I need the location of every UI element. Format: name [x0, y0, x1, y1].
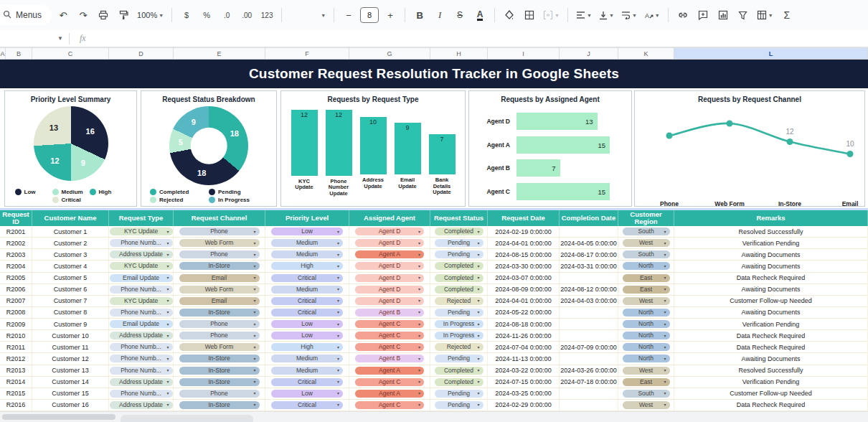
customer-name-cell[interactable]: Customer 12	[32, 353, 109, 364]
request-channel-dropdown[interactable]: Phone▾	[179, 250, 260, 258]
region-dropdown[interactable]: West▾	[623, 239, 670, 247]
request-id-cell[interactable]: R2012	[0, 353, 32, 364]
column-header-J[interactable]: J	[560, 48, 618, 59]
horizontal-scrollbar[interactable]	[2, 414, 115, 420]
request-date-cell[interactable]: 2024-08-09 0:00:00	[488, 284, 560, 295]
decrease-decimal-button[interactable]: .0	[218, 6, 235, 24]
agent-dropdown[interactable]: Agent C▾	[355, 343, 424, 351]
completion-date-cell[interactable]	[560, 353, 618, 364]
completion-date-cell[interactable]	[560, 273, 618, 283]
request-channel-dropdown[interactable]: Phone▾	[179, 390, 260, 398]
customer-name-cell[interactable]: Customer 14	[32, 377, 109, 388]
more-formats-button[interactable]: 123	[258, 6, 275, 24]
customer-name-cell[interactable]: Customer 11	[32, 342, 109, 352]
priority-dropdown[interactable]: High▾	[271, 262, 343, 270]
column-header-H[interactable]: H	[430, 48, 488, 59]
remarks-cell[interactable]: Verification Pending	[674, 377, 868, 388]
region-dropdown[interactable]: North▾	[623, 320, 670, 328]
request-id-cell[interactable]: R2009	[0, 319, 32, 329]
format-currency-button[interactable]: $	[178, 6, 195, 24]
agent-dropdown[interactable]: Agent D▾	[355, 286, 424, 294]
request-type-dropdown[interactable]: Phone Numb...▾	[110, 239, 173, 247]
region-dropdown[interactable]: North▾	[623, 343, 670, 351]
priority-dropdown[interactable]: Critical▾	[271, 378, 343, 386]
status-dropdown[interactable]: Rejected▾	[435, 343, 483, 351]
remarks-cell[interactable]: Resolved Successfully	[674, 226, 868, 237]
region-dropdown[interactable]: North▾	[623, 309, 670, 316]
request-id-cell[interactable]: R2016	[0, 400, 32, 411]
status-dropdown[interactable]: Pending▾	[435, 355, 483, 362]
chart-card-status-breakdown[interactable]: Request Status Breakdown 181859 Complete…	[141, 90, 277, 207]
borders-button[interactable]	[521, 6, 538, 24]
request-channel-dropdown[interactable]: Phone▾	[179, 228, 260, 235]
request-channel-dropdown[interactable]: In-Store▾	[179, 401, 260, 409]
request-channel-dropdown[interactable]: Phone▾	[179, 332, 260, 339]
customer-name-cell[interactable]: Customer 10	[32, 330, 109, 341]
status-dropdown[interactable]: Pending▾	[435, 239, 483, 247]
request-type-dropdown[interactable]: Phone Numb...▾	[110, 286, 173, 294]
functions-button[interactable]: Σ	[778, 6, 796, 24]
insert-link-button[interactable]	[674, 6, 692, 24]
remarks-cell[interactable]: Data Recheck Required	[674, 330, 868, 341]
customer-name-cell[interactable]: Customer 4	[32, 261, 109, 271]
remarks-cell[interactable]: Verification Pending	[674, 238, 868, 248]
region-dropdown[interactable]: West▾	[623, 297, 670, 305]
remarks-cell[interactable]: Data Recheck Required	[674, 342, 868, 352]
completion-date-cell[interactable]	[560, 400, 618, 411]
customer-name-cell[interactable]: Customer 3	[32, 249, 109, 260]
text-wrap-button[interactable]: ▼	[619, 6, 639, 24]
request-type-dropdown[interactable]: Phone Numb...▾	[110, 367, 173, 375]
status-dropdown[interactable]: Rejected▾	[435, 297, 483, 305]
request-id-cell[interactable]: R2011	[0, 342, 32, 352]
request-channel-dropdown[interactable]: In-Store▾	[179, 309, 260, 316]
status-dropdown[interactable]: Completed▾	[435, 378, 483, 386]
completion-date-cell[interactable]: 2024-07-18 0:00:00	[560, 377, 618, 388]
print-button[interactable]	[95, 6, 112, 24]
completion-date-cell[interactable]	[560, 330, 618, 341]
status-dropdown[interactable]: Pending▾	[435, 390, 483, 398]
request-id-cell[interactable]: R2005	[0, 273, 32, 283]
agent-dropdown[interactable]: Agent C▾	[355, 320, 424, 328]
completion-date-cell[interactable]: 2024-03-26 0:00:00	[560, 365, 618, 376]
chart-card-priority-summary[interactable]: Priority Level Summary 1691213 LowMedium…	[4, 90, 137, 207]
column-header-C[interactable]: C	[32, 48, 109, 59]
region-dropdown[interactable]: West▾	[623, 401, 670, 409]
priority-dropdown[interactable]: Critical▾	[271, 309, 343, 316]
priority-dropdown[interactable]: Low▾	[271, 320, 343, 328]
request-id-cell[interactable]: R2010	[0, 330, 32, 341]
completion-date-cell[interactable]: 2024-04-05 0:00:00	[560, 238, 618, 248]
column-header-E[interactable]: E	[174, 48, 265, 59]
request-date-cell[interactable]: 2024-04-01 0:00:00	[488, 296, 560, 306]
request-type-dropdown[interactable]: Address Update▾	[110, 378, 173, 386]
chart-card-request-type[interactable]: Requests by Request Type 12KYCUpdate12Ph…	[280, 90, 466, 207]
completion-date-cell[interactable]: 2024-08-17 0:00:00	[560, 249, 618, 260]
decrease-font-size-button[interactable]: −	[340, 6, 357, 24]
priority-dropdown[interactable]: Medium▾	[271, 239, 343, 247]
request-channel-dropdown[interactable]: Web Form▾	[179, 343, 260, 351]
request-date-cell[interactable]: 2024-03-25 0:00:00	[488, 388, 560, 399]
request-date-cell[interactable]: 2024-07-04 0:00:00	[488, 342, 560, 352]
horizontal-align-button[interactable]: ▼	[574, 6, 594, 24]
customer-name-cell[interactable]: Customer 6	[32, 284, 109, 295]
filter-button[interactable]	[735, 6, 752, 24]
request-channel-dropdown[interactable]: Email▾	[179, 297, 260, 305]
completion-date-cell[interactable]	[560, 226, 618, 237]
name-box[interactable]: ▼	[0, 30, 69, 47]
request-type-dropdown[interactable]: KYC Update▾	[110, 297, 173, 305]
customer-name-cell[interactable]: Customer 9	[32, 319, 109, 329]
insert-comment-button[interactable]	[694, 6, 712, 24]
status-dropdown[interactable]: In Progress▾	[435, 332, 483, 339]
remarks-cell[interactable]: Data Recheck Required	[674, 273, 868, 283]
agent-dropdown[interactable]: Agent C▾	[355, 401, 424, 409]
request-date-cell[interactable]: 2024-03-22 0:00:00	[488, 365, 560, 376]
status-dropdown[interactable]: Completed▾	[435, 262, 483, 270]
remarks-cell[interactable]: Awaiting Documents	[674, 249, 868, 260]
column-header-L[interactable]: L	[674, 48, 868, 59]
agent-dropdown[interactable]: Agent D▾	[355, 239, 424, 247]
font-family-select[interactable]: ▼	[288, 6, 328, 24]
agent-dropdown[interactable]: Agent D▾	[355, 297, 424, 305]
formula-input[interactable]	[86, 30, 868, 47]
customer-name-cell[interactable]: Customer 13	[32, 365, 109, 376]
customer-name-cell[interactable]: Customer 16	[32, 400, 109, 411]
priority-dropdown[interactable]: High▾	[271, 343, 343, 351]
